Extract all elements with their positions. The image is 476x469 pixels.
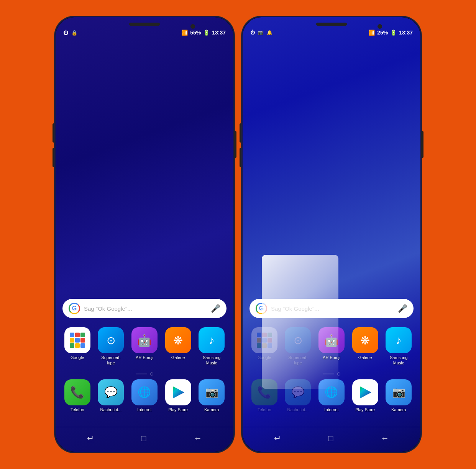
phone-1-body: ⏻ 🔒 📶 55% 🔋 13:37 G Sag "Ok Google"... 🎤 xyxy=(54,16,235,453)
galerie-icon-right: ❋ xyxy=(352,327,378,353)
nav-back-right[interactable]: ← xyxy=(381,433,389,443)
app-label-internet: Internet xyxy=(137,407,151,412)
play-store-icon-left xyxy=(165,379,191,405)
app-samsung-music[interactable]: ♪ SamsungMusic xyxy=(197,327,227,365)
speaker-grill-right xyxy=(316,23,347,26)
wifi-icon: 📶 xyxy=(181,30,188,36)
battery-percent: 55% xyxy=(190,30,201,36)
app-label-play-store-right: Play Store xyxy=(355,407,375,412)
internet-icon: 🌐 xyxy=(131,379,158,405)
app-label-ar-emoji: AR Emoji xyxy=(136,355,153,360)
dock-separator-left xyxy=(62,372,227,376)
app-label-telefon-right: Telefon xyxy=(258,407,271,412)
telefon-icon: 📞 xyxy=(64,379,90,405)
status-right-info: 📶 55% 🔋 13:37 xyxy=(181,30,226,36)
app-galerie[interactable]: ❋ Galerie xyxy=(163,327,193,365)
app-kamera[interactable]: 📷 Kamera xyxy=(197,379,227,412)
camera-icon-right: 📷 xyxy=(258,30,264,35)
app-samsung-music-right[interactable]: ♪ SamsungMusic xyxy=(384,327,414,365)
play-store-icon-right xyxy=(352,379,378,405)
app-label-samsung-music: SamsungMusic xyxy=(203,355,220,365)
search-placeholder-left: Sag "Ok Google"... xyxy=(84,305,207,312)
dock-dot xyxy=(150,372,153,376)
mic-icon-left[interactable]: 🎤 xyxy=(211,304,220,313)
app-internet[interactable]: 🌐 Internet xyxy=(130,379,159,412)
app-label-play-store-left: Play Store xyxy=(168,407,188,412)
notification-icon-right: 🔔 xyxy=(267,30,272,35)
app-label-google: Google xyxy=(71,355,84,360)
lock-icon: 🔒 xyxy=(71,30,77,36)
phone-2-body: ⏻ 📷 🔔 📶 25% 🔋 13:37 G Sag "Ok Google"... xyxy=(241,16,422,453)
app-play-store-left[interactable]: Play Store xyxy=(163,379,193,412)
battery-percent-right: 25% xyxy=(377,30,388,36)
wifi-icon-right: 📶 xyxy=(368,30,375,36)
app-kamera-right[interactable]: 📷 Kamera xyxy=(384,379,414,412)
status-right-info-right: 📶 25% 🔋 13:37 xyxy=(368,30,413,36)
power-button-right[interactable] xyxy=(421,131,423,158)
app-label-superzeit: Superzeit-lupe xyxy=(101,355,120,365)
nav-home-left[interactable]: □ xyxy=(141,433,146,443)
mic-icon-right[interactable]: 🎤 xyxy=(398,304,407,313)
app-label-kamera: Kamera xyxy=(204,407,219,412)
phone-top-bar-right xyxy=(243,17,420,28)
status-bar-left: ⏻ 🔒 📶 55% 🔋 13:37 xyxy=(56,28,233,37)
home-screen-left: G Sag "Ok Google"... 🎤 xyxy=(56,37,233,427)
power-icon-right: ⏻ xyxy=(250,30,255,35)
status-left-icons: ⏻ 🔒 xyxy=(63,30,77,36)
bottom-nav-right: ↵ □ ← xyxy=(243,427,420,452)
app-nachricht[interactable]: 💬 Nachricht... xyxy=(96,379,126,412)
nav-back-left[interactable]: ← xyxy=(194,433,202,443)
superzeit-icon: ⊙ xyxy=(98,327,124,353)
flash-glare xyxy=(262,255,338,389)
kamera-icon-right: 📷 xyxy=(386,379,412,405)
app-galerie-right[interactable]: ❋ Galerie xyxy=(350,327,380,365)
app-label-kamera-right: Kamera xyxy=(391,407,406,412)
samsung-music-icon: ♪ xyxy=(199,327,225,353)
battery-icon-right: 🔋 xyxy=(390,30,397,36)
app-telefon[interactable]: 📞 Telefon xyxy=(62,379,92,412)
app-label-galerie: Galerie xyxy=(171,355,185,360)
clock: 13:37 xyxy=(212,30,226,36)
app-label-nachricht-right: Nachricht... xyxy=(287,407,309,412)
google-icon xyxy=(64,327,90,353)
clock-right: 13:37 xyxy=(399,30,413,36)
galerie-icon: ❋ xyxy=(165,327,191,353)
app-label-nachricht: Nachricht... xyxy=(100,407,122,412)
samsung-music-icon-right: ♪ xyxy=(386,327,412,353)
ar-emoji-icon: 🤖 xyxy=(131,327,158,353)
bottom-nav-left: ↵ □ ← xyxy=(56,427,233,452)
nav-recent-right[interactable]: ↵ xyxy=(274,433,281,443)
phone-left: ⏻ 🔒 📶 55% 🔋 13:37 G Sag "Ok Google"... 🎤 xyxy=(54,16,235,453)
power-button-left[interactable] xyxy=(234,131,236,158)
app-play-store-right[interactable]: Play Store xyxy=(350,379,380,412)
google-g-logo: G xyxy=(69,303,80,314)
app-label-galerie-right: Galerie xyxy=(358,355,372,360)
status-bar-right: ⏻ 📷 🔔 📶 25% 🔋 13:37 xyxy=(243,28,420,37)
nav-recent-left[interactable]: ↵ xyxy=(87,433,94,443)
kamera-icon: 📷 xyxy=(199,379,225,405)
power-icon: ⏻ xyxy=(63,30,68,36)
phone-top-bar xyxy=(56,17,233,28)
google-search-bar-left[interactable]: G Sag "Ok Google"... 🎤 xyxy=(62,299,227,318)
dock-line-1 xyxy=(136,374,147,374)
status-left-icons-right: ⏻ 📷 🔔 xyxy=(250,30,272,35)
nav-home-right[interactable]: □ xyxy=(328,433,333,443)
battery-icon: 🔋 xyxy=(203,30,210,36)
app-superzeit[interactable]: ⊙ Superzeit-lupe xyxy=(96,327,126,365)
app-label-internet-right: Internet xyxy=(324,407,338,412)
app-ar-emoji[interactable]: 🤖 AR Emoji xyxy=(130,327,159,365)
app-label-telefon: Telefon xyxy=(71,407,84,412)
phone-right: ⏻ 📷 🔔 📶 25% 🔋 13:37 G Sag "Ok Google"... xyxy=(241,16,422,453)
app-google[interactable]: Google xyxy=(62,327,92,365)
app-label-samsung-music-right: SamsungMusic xyxy=(390,355,407,365)
app-grid-dock-left: 📞 Telefon 💬 Nachricht... 🌐 xyxy=(62,379,227,412)
speaker-grill xyxy=(129,23,160,26)
nachricht-icon: 💬 xyxy=(98,379,124,405)
app-grid-row1-left: Google ⊙ Superzeit-lupe 🤖 AR Emoji xyxy=(62,327,227,365)
